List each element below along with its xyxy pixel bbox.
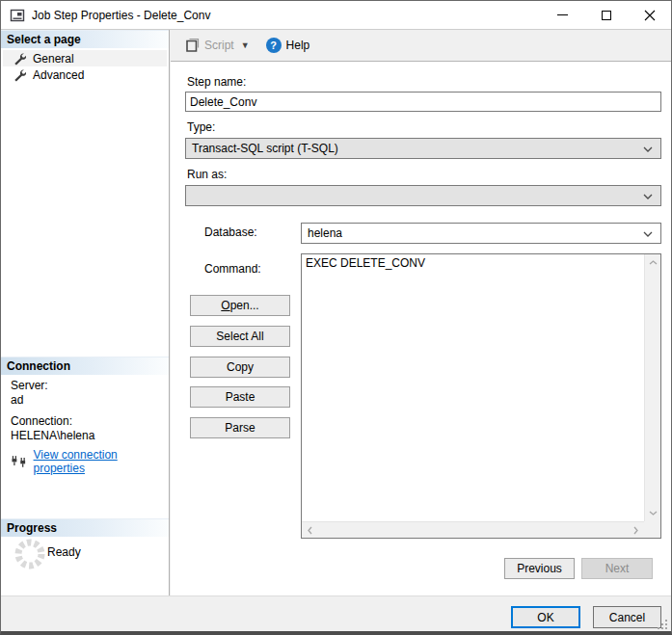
wrench-icon xyxy=(13,68,26,82)
scroll-right-icon[interactable] xyxy=(628,522,644,539)
command-label: Command: xyxy=(204,262,261,276)
step-name-label: Step name: xyxy=(187,75,246,89)
minimize-icon xyxy=(557,14,568,15)
scroll-down-icon[interactable] xyxy=(645,505,661,521)
connection-label: Connection: xyxy=(11,414,72,428)
ok-button[interactable]: OK xyxy=(511,606,580,628)
cancel-button[interactable]: Cancel xyxy=(593,606,661,628)
parse-button-label: Parse xyxy=(225,421,255,435)
paste-button-label: Paste xyxy=(226,390,255,404)
select-all-button-label: Select All xyxy=(216,330,263,343)
wrench-icon xyxy=(13,52,26,66)
scroll-up-icon[interactable] xyxy=(645,254,661,271)
vertical-scrollbar[interactable] xyxy=(644,254,660,521)
maximize-icon xyxy=(602,11,611,20)
copy-button-label: Copy xyxy=(227,360,254,374)
chevron-down-icon xyxy=(643,146,653,152)
command-textarea[interactable]: EXEC DELETE_CONV xyxy=(301,253,661,539)
toolbar: Script ▼ ? Help xyxy=(171,30,671,61)
cancel-button-label: Cancel xyxy=(609,611,645,624)
horizontal-scrollbar[interactable] xyxy=(302,521,644,538)
previous-button[interactable]: Previous xyxy=(504,558,575,579)
help-icon: ? xyxy=(266,38,282,53)
script-label: Script xyxy=(204,39,234,52)
sidebar-item-label: Advanced xyxy=(33,68,84,82)
script-dropdown-caret-icon[interactable]: ▼ xyxy=(238,40,253,50)
copy-button[interactable]: Copy xyxy=(190,357,290,378)
ok-button-label: OK xyxy=(537,611,553,624)
database-dropdown[interactable]: helena xyxy=(301,223,661,244)
window-title: Job Step Properties - Delete_Conv xyxy=(32,9,541,22)
job-step-properties-dialog: Job Step Properties - Delete_Conv Select… xyxy=(0,0,672,635)
database-value: helena xyxy=(308,226,342,240)
connection-header: Connection xyxy=(1,357,169,375)
server-value: ad xyxy=(11,393,23,407)
script-icon xyxy=(184,38,200,53)
view-connection-properties-row: View connection properties xyxy=(11,448,169,475)
progress-status: Ready xyxy=(47,545,81,559)
chevron-down-icon xyxy=(643,231,653,237)
connection-plug-icon xyxy=(11,455,28,468)
window-icon xyxy=(10,8,25,23)
next-button[interactable]: Next xyxy=(581,558,653,579)
maximize-button[interactable] xyxy=(584,1,628,29)
run-as-label: Run as: xyxy=(187,168,227,181)
sidebar: Select a page General Advanced Connectio… xyxy=(1,30,170,595)
scroll-left-icon[interactable] xyxy=(302,522,318,539)
window-controls xyxy=(541,1,671,29)
type-dropdown[interactable]: Transact-SQL script (T-SQL) xyxy=(185,138,661,159)
help-label: Help xyxy=(286,39,310,52)
main-panel: Step name: Type: Transact-SQL script (T-… xyxy=(171,61,671,595)
open-button-label: Open... xyxy=(221,299,258,312)
script-button[interactable]: Script xyxy=(180,35,238,56)
sidebar-item-label: General xyxy=(33,52,74,66)
scrollbar-corner xyxy=(644,521,660,538)
type-label: Type: xyxy=(187,120,215,134)
titlebar: Job Step Properties - Delete_Conv xyxy=(1,1,671,30)
step-name-input[interactable] xyxy=(185,92,661,112)
chevron-down-icon xyxy=(643,194,653,199)
open-button[interactable]: Open... xyxy=(190,295,290,316)
previous-button-label: Previous xyxy=(517,562,562,575)
sidebar-item-general[interactable]: General xyxy=(3,50,167,66)
database-label: Database: xyxy=(204,225,257,239)
close-icon xyxy=(644,10,656,21)
progress-header: Progress xyxy=(1,518,169,537)
close-button[interactable] xyxy=(628,1,671,29)
view-connection-properties-link[interactable]: View connection properties xyxy=(34,448,169,475)
footer: OK Cancel xyxy=(1,595,671,632)
command-text[interactable]: EXEC DELETE_CONV xyxy=(302,254,644,521)
type-value: Transact-SQL script (T-SQL) xyxy=(192,142,338,155)
resize-grip[interactable] xyxy=(657,619,668,630)
select-all-button[interactable]: Select All xyxy=(190,326,290,347)
run-as-dropdown[interactable] xyxy=(185,185,661,206)
progress-spinner-icon xyxy=(13,537,47,571)
minimize-button[interactable] xyxy=(541,1,584,29)
server-label: Server: xyxy=(11,379,48,392)
select-a-page-header: Select a page xyxy=(1,30,169,48)
connection-value: HELENA\helena xyxy=(11,429,94,442)
help-button[interactable]: ? Help xyxy=(262,35,314,56)
next-button-label: Next xyxy=(605,562,630,575)
paste-button[interactable]: Paste xyxy=(190,386,290,408)
sidebar-item-advanced[interactable]: Advanced xyxy=(3,66,167,83)
parse-button[interactable]: Parse xyxy=(190,417,290,438)
